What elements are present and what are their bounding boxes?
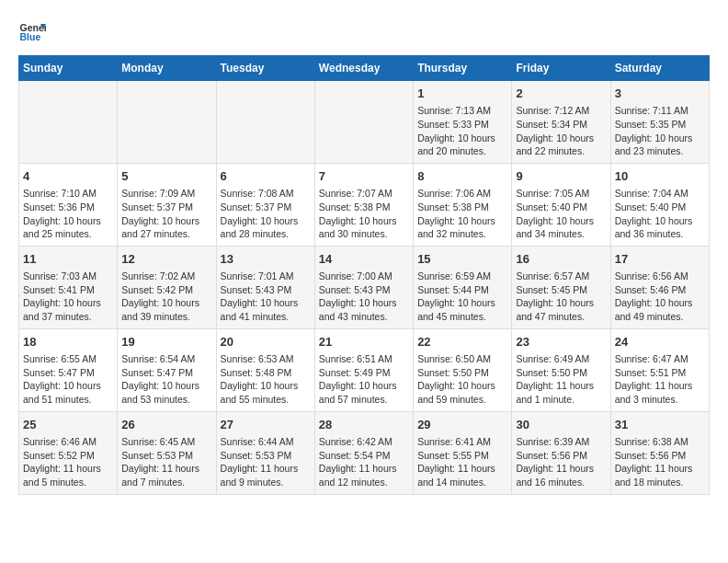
cell-info: Sunrise: 7:12 AM Sunset: 5:34 PM Dayligh… xyxy=(516,104,606,158)
calendar-cell: 4Sunrise: 7:10 AM Sunset: 5:36 PM Daylig… xyxy=(19,163,118,246)
calendar-cell: 3Sunrise: 7:11 AM Sunset: 5:35 PM Daylig… xyxy=(610,81,709,164)
cell-info: Sunrise: 7:05 AM Sunset: 5:40 PM Dayligh… xyxy=(516,187,606,241)
calendar-cell: 12Sunrise: 7:02 AM Sunset: 5:42 PM Dayli… xyxy=(118,246,216,328)
calendar-cell: 8Sunrise: 7:06 AM Sunset: 5:38 PM Daylig… xyxy=(414,163,512,246)
header-monday: Monday xyxy=(118,56,216,81)
calendar-cell: 23Sunrise: 6:49 AM Sunset: 5:50 PM Dayli… xyxy=(512,328,610,411)
header-row: SundayMondayTuesdayWednesdayThursdayFrid… xyxy=(19,56,710,81)
calendar-cell: 28Sunrise: 6:42 AM Sunset: 5:54 PM Dayli… xyxy=(314,411,413,494)
svg-text:Blue: Blue xyxy=(20,31,41,42)
day-number: 20 xyxy=(221,334,311,350)
cell-info: Sunrise: 7:11 AM Sunset: 5:35 PM Dayligh… xyxy=(615,104,705,158)
calendar-cell: 5Sunrise: 7:09 AM Sunset: 5:37 PM Daylig… xyxy=(118,163,216,246)
cell-info: Sunrise: 6:42 AM Sunset: 5:54 PM Dayligh… xyxy=(319,435,409,489)
calendar-cell: 19Sunrise: 6:54 AM Sunset: 5:47 PM Dayli… xyxy=(118,328,216,411)
cell-info: Sunrise: 6:53 AM Sunset: 5:48 PM Dayligh… xyxy=(221,352,311,407)
logo: General Blue xyxy=(18,18,50,46)
calendar-cell: 20Sunrise: 6:53 AM Sunset: 5:48 PM Dayli… xyxy=(216,328,314,411)
header-thursday: Thursday xyxy=(414,56,512,81)
calendar-cell: 26Sunrise: 6:45 AM Sunset: 5:53 PM Dayli… xyxy=(118,411,216,494)
week-row-2: 4Sunrise: 7:10 AM Sunset: 5:36 PM Daylig… xyxy=(19,163,710,246)
calendar-cell: 14Sunrise: 7:00 AM Sunset: 5:43 PM Dayli… xyxy=(314,246,413,328)
cell-info: Sunrise: 7:08 AM Sunset: 5:37 PM Dayligh… xyxy=(221,187,311,241)
day-number: 6 xyxy=(221,168,311,185)
cell-info: Sunrise: 6:59 AM Sunset: 5:44 PM Dayligh… xyxy=(417,270,507,324)
calendar-cell: 25Sunrise: 6:46 AM Sunset: 5:52 PM Dayli… xyxy=(19,411,118,494)
cell-info: Sunrise: 7:10 AM Sunset: 5:36 PM Dayligh… xyxy=(23,187,113,241)
day-number: 22 xyxy=(417,334,507,350)
day-number: 15 xyxy=(417,251,507,268)
day-number: 24 xyxy=(615,334,705,350)
day-number: 31 xyxy=(615,417,705,433)
day-number: 25 xyxy=(23,417,113,433)
calendar-cell: 2Sunrise: 7:12 AM Sunset: 5:34 PM Daylig… xyxy=(512,81,610,164)
day-number: 29 xyxy=(417,417,507,433)
cell-info: Sunrise: 7:06 AM Sunset: 5:38 PM Dayligh… xyxy=(417,187,507,241)
calendar-cell xyxy=(118,81,216,164)
cell-info: Sunrise: 7:09 AM Sunset: 5:37 PM Dayligh… xyxy=(121,187,211,241)
day-number: 16 xyxy=(516,251,606,268)
header-friday: Friday xyxy=(512,56,610,81)
cell-info: Sunrise: 6:50 AM Sunset: 5:50 PM Dayligh… xyxy=(417,352,507,407)
day-number: 9 xyxy=(516,168,606,185)
week-row-5: 25Sunrise: 6:46 AM Sunset: 5:52 PM Dayli… xyxy=(19,411,710,494)
day-number: 10 xyxy=(615,168,705,185)
cell-info: Sunrise: 6:56 AM Sunset: 5:46 PM Dayligh… xyxy=(615,270,705,324)
week-row-3: 11Sunrise: 7:03 AM Sunset: 5:41 PM Dayli… xyxy=(19,246,710,328)
calendar-cell: 1Sunrise: 7:13 AM Sunset: 5:33 PM Daylig… xyxy=(414,81,512,164)
day-number: 17 xyxy=(615,251,705,268)
day-number: 18 xyxy=(23,334,113,350)
day-number: 8 xyxy=(417,168,507,185)
cell-info: Sunrise: 6:49 AM Sunset: 5:50 PM Dayligh… xyxy=(516,352,606,407)
day-number: 1 xyxy=(417,86,507,102)
calendar-cell: 6Sunrise: 7:08 AM Sunset: 5:37 PM Daylig… xyxy=(216,163,314,246)
calendar-cell: 27Sunrise: 6:44 AM Sunset: 5:53 PM Dayli… xyxy=(216,411,314,494)
cell-info: Sunrise: 6:39 AM Sunset: 5:56 PM Dayligh… xyxy=(516,435,606,489)
cell-info: Sunrise: 6:38 AM Sunset: 5:56 PM Dayligh… xyxy=(615,435,705,489)
day-number: 2 xyxy=(516,86,606,102)
calendar-cell: 30Sunrise: 6:39 AM Sunset: 5:56 PM Dayli… xyxy=(512,411,610,494)
calendar-cell: 18Sunrise: 6:55 AM Sunset: 5:47 PM Dayli… xyxy=(19,328,118,411)
cell-info: Sunrise: 6:45 AM Sunset: 5:53 PM Dayligh… xyxy=(121,435,211,489)
day-number: 4 xyxy=(23,168,113,185)
calendar-cell: 24Sunrise: 6:47 AM Sunset: 5:51 PM Dayli… xyxy=(610,328,709,411)
calendar-cell: 16Sunrise: 6:57 AM Sunset: 5:45 PM Dayli… xyxy=(512,246,610,328)
header-saturday: Saturday xyxy=(610,56,709,81)
cell-info: Sunrise: 6:41 AM Sunset: 5:55 PM Dayligh… xyxy=(417,435,507,489)
day-number: 13 xyxy=(221,251,311,268)
calendar-cell: 22Sunrise: 6:50 AM Sunset: 5:50 PM Dayli… xyxy=(414,328,512,411)
day-number: 11 xyxy=(23,251,113,268)
day-number: 7 xyxy=(319,168,409,185)
day-number: 5 xyxy=(121,168,211,185)
calendar-cell: 15Sunrise: 6:59 AM Sunset: 5:44 PM Dayli… xyxy=(414,246,512,328)
calendar-cell xyxy=(314,81,413,164)
logo-icon: General Blue xyxy=(18,18,46,46)
cell-info: Sunrise: 6:57 AM Sunset: 5:45 PM Dayligh… xyxy=(516,270,606,324)
header-tuesday: Tuesday xyxy=(216,56,314,81)
day-number: 23 xyxy=(516,334,606,350)
cell-info: Sunrise: 7:01 AM Sunset: 5:43 PM Dayligh… xyxy=(221,270,311,324)
cell-info: Sunrise: 7:00 AM Sunset: 5:43 PM Dayligh… xyxy=(319,270,409,324)
day-number: 27 xyxy=(221,417,311,433)
day-number: 12 xyxy=(121,251,211,268)
week-row-4: 18Sunrise: 6:55 AM Sunset: 5:47 PM Dayli… xyxy=(19,328,710,411)
calendar-cell: 31Sunrise: 6:38 AM Sunset: 5:56 PM Dayli… xyxy=(610,411,709,494)
calendar-cell xyxy=(19,81,118,164)
day-number: 26 xyxy=(121,417,211,433)
calendar-cell: 13Sunrise: 7:01 AM Sunset: 5:43 PM Dayli… xyxy=(216,246,314,328)
calendar-cell: 7Sunrise: 7:07 AM Sunset: 5:38 PM Daylig… xyxy=(314,163,413,246)
header-wednesday: Wednesday xyxy=(314,56,413,81)
header-sunday: Sunday xyxy=(19,56,118,81)
header: General Blue xyxy=(18,18,710,46)
calendar-cell: 21Sunrise: 6:51 AM Sunset: 5:49 PM Dayli… xyxy=(314,328,413,411)
cell-info: Sunrise: 6:51 AM Sunset: 5:49 PM Dayligh… xyxy=(319,352,409,407)
day-number: 19 xyxy=(121,334,211,350)
week-row-1: 1Sunrise: 7:13 AM Sunset: 5:33 PM Daylig… xyxy=(19,81,710,164)
calendar-cell: 9Sunrise: 7:05 AM Sunset: 5:40 PM Daylig… xyxy=(512,163,610,246)
cell-info: Sunrise: 6:55 AM Sunset: 5:47 PM Dayligh… xyxy=(23,352,113,407)
day-number: 30 xyxy=(516,417,606,433)
cell-info: Sunrise: 6:47 AM Sunset: 5:51 PM Dayligh… xyxy=(615,352,705,407)
cell-info: Sunrise: 7:07 AM Sunset: 5:38 PM Dayligh… xyxy=(319,187,409,241)
calendar-table: SundayMondayTuesdayWednesdayThursdayFrid… xyxy=(18,55,710,495)
calendar-cell xyxy=(216,81,314,164)
